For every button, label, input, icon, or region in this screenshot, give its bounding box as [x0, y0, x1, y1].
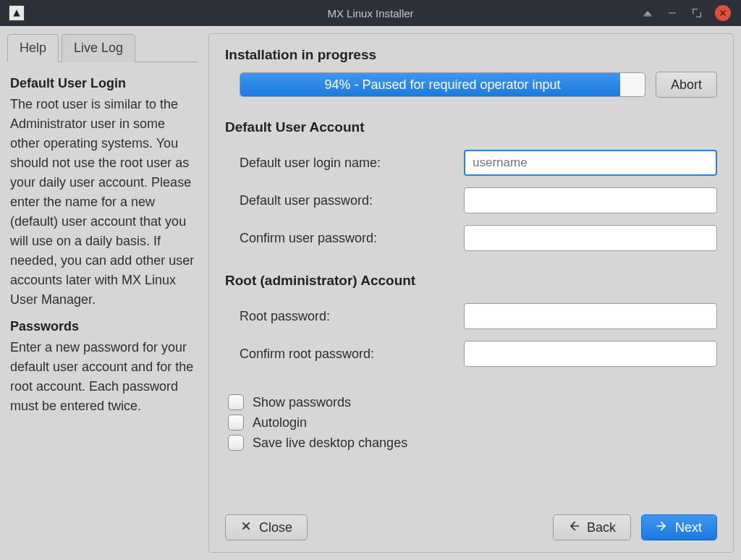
minimize-icon[interactable] [666, 7, 679, 20]
checkbox-icon[interactable] [228, 435, 244, 451]
window-controls [641, 5, 741, 21]
root-password-input[interactable] [464, 303, 717, 329]
user-password-input[interactable] [464, 187, 717, 213]
save-live-label: Save live desktop changes [253, 436, 407, 451]
root-password-confirm-input[interactable] [464, 341, 717, 367]
show-passwords-label: Show passwords [253, 395, 351, 410]
user-password-confirm-label: Confirm user password: [240, 231, 464, 246]
help-heading-user: Default User Login [10, 74, 195, 93]
footer-right: Back Next [553, 514, 717, 540]
x-icon [240, 520, 252, 535]
login-label: Default user login name: [240, 156, 464, 171]
user-password-confirm-input[interactable] [464, 225, 717, 251]
tab-livelog[interactable]: Live Log [62, 34, 135, 62]
row-user-password-confirm: Confirm user password: [240, 225, 717, 251]
content-area: Help Live Log Default User Login The roo… [0, 26, 741, 560]
help-heading-passwords: Passwords [10, 317, 195, 336]
help-panel: Help Live Log Default User Login The roo… [7, 33, 198, 553]
tab-help[interactable]: Help [7, 34, 59, 62]
help-text-user: The root user is similar to the Administ… [10, 95, 195, 310]
progress-label: 94% - Paused for required operator input [240, 77, 645, 93]
autologin-label: Autologin [253, 415, 307, 430]
back-button[interactable]: Back [553, 514, 631, 540]
abort-button[interactable]: Abort [656, 72, 717, 98]
row-login: Default user login name: [240, 150, 717, 176]
root-password-label: Root password: [240, 309, 464, 324]
help-text-passwords: Enter a new password for your default us… [10, 338, 195, 416]
back-label: Back [587, 520, 616, 535]
options-block: Show passwords Autologin Save live deskt… [225, 390, 717, 455]
arrow-right-icon [656, 520, 668, 535]
row-root-password: Root password: [240, 303, 717, 329]
close-button[interactable]: Close [225, 514, 308, 540]
footer-buttons: Close Back Next [225, 501, 717, 540]
svg-rect-0 [644, 15, 652, 16]
user-heading: Default User Account [225, 119, 717, 135]
shade-icon[interactable] [641, 7, 654, 20]
next-label: Next [675, 520, 702, 535]
main-panel: Installation in progress 94% - Paused fo… [208, 33, 734, 553]
app-icon [9, 5, 25, 21]
checkbox-icon[interactable] [228, 415, 244, 430]
check-show-passwords[interactable]: Show passwords [228, 394, 717, 410]
window-title: MX Linux Installer [327, 7, 413, 20]
progress-heading: Installation in progress [225, 47, 717, 63]
next-button[interactable]: Next [641, 514, 717, 540]
titlebar: MX Linux Installer [0, 0, 741, 26]
row-root-password-confirm: Confirm root password: [240, 341, 717, 367]
arrow-left-icon [568, 520, 580, 535]
root-password-confirm-label: Confirm root password: [240, 347, 464, 362]
close-label: Close [259, 520, 292, 535]
progress-bar: 94% - Paused for required operator input [240, 72, 645, 97]
user-password-label: Default user password: [240, 193, 464, 208]
close-icon[interactable] [715, 5, 731, 21]
maximize-icon[interactable] [690, 7, 703, 20]
root-heading: Root (administrator) Account [225, 273, 717, 289]
check-autologin[interactable]: Autologin [228, 415, 717, 430]
check-save-live[interactable]: Save live desktop changes [228, 435, 717, 451]
svg-rect-1 [669, 12, 675, 13]
progress-row: 94% - Paused for required operator input… [240, 72, 717, 98]
row-user-password: Default user password: [240, 187, 717, 213]
login-input[interactable] [464, 150, 717, 176]
help-body: Default User Login The root user is simi… [7, 61, 198, 553]
installer-window: MX Linux Installer Help Live Log De [0, 0, 741, 560]
checkbox-icon[interactable] [228, 394, 244, 410]
tabs: Help Live Log [7, 33, 198, 61]
